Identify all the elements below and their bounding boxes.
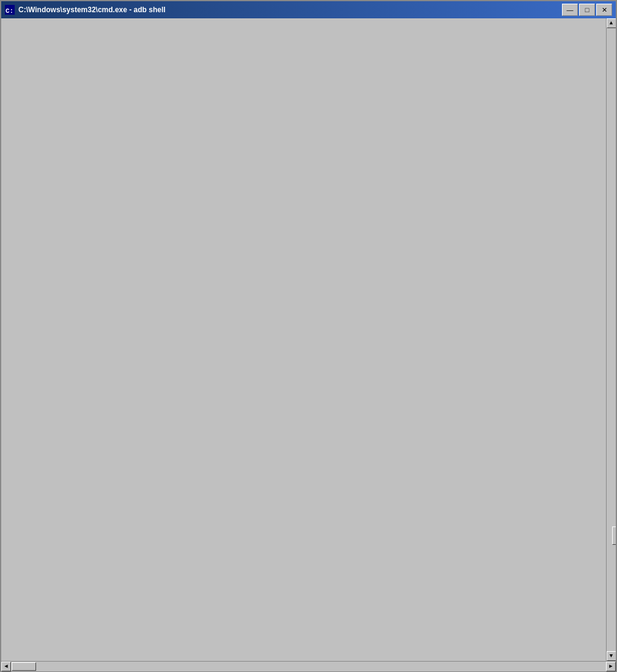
minimize-button[interactable]: — <box>562 4 578 16</box>
title-bar-text: C:\Windows\system32\cmd.exe - adb shell <box>18 6 562 14</box>
cmd-icon: C: <box>5 5 15 15</box>
scroll-right-button[interactable]: ▶ <box>606 662 616 671</box>
scroll-thumb[interactable] <box>612 526 616 545</box>
terminal-wrapper: D:\d\t>adb shell # logcat --help logcat … <box>1 18 616 661</box>
title-bar: C: C:\Windows\system32\cmd.exe - adb she… <box>1 1 616 18</box>
h-scroll-thumb[interactable] <box>12 662 36 671</box>
h-scroll-track[interactable] <box>11 662 606 671</box>
scroll-up-button[interactable]: ▲ <box>607 18 616 28</box>
cmd-window: C: C:\Windows\system32\cmd.exe - adb she… <box>0 0 617 672</box>
h-scrollbar: ◀ ▶ <box>1 661 616 671</box>
title-bar-buttons: — □ ✕ <box>562 4 612 16</box>
terminal-content[interactable]: D:\d\t>adb shell # logcat --help logcat … <box>1 18 606 661</box>
scroll-down-button[interactable]: ▼ <box>607 651 616 661</box>
maximize-button[interactable]: □ <box>579 4 595 16</box>
close-button[interactable]: ✕ <box>596 4 612 16</box>
scrollbar: ▲ ▼ <box>606 18 616 661</box>
svg-text:C:: C: <box>6 7 13 15</box>
scroll-left-button[interactable]: ◀ <box>1 662 11 671</box>
